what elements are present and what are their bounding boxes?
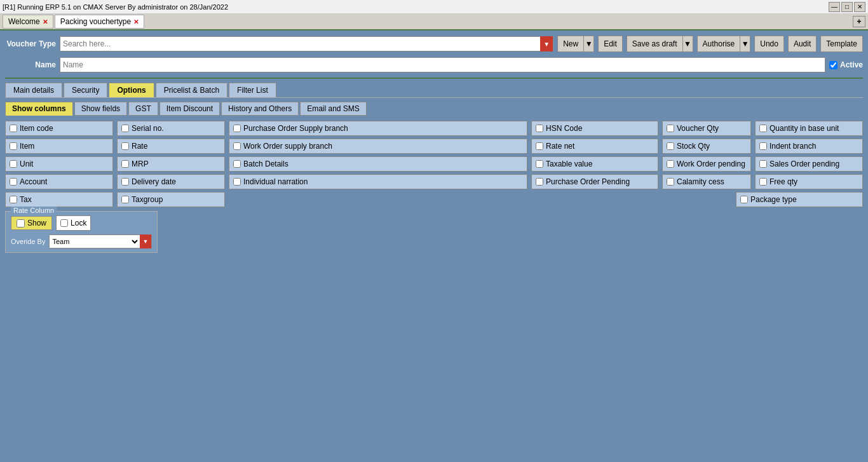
lock-checkbox-item: Lock (56, 215, 91, 231)
cb-work-order-supply[interactable] (233, 142, 241, 150)
cb-stock-qty[interactable] (667, 142, 674, 150)
cb-batch-details[interactable] (233, 160, 241, 168)
col-serial-no: Serial no. (117, 121, 225, 136)
edit-button[interactable]: Edit (598, 36, 623, 52)
tab-welcome[interactable]: Welcome ✕ (3, 15, 53, 29)
tab-bar: Welcome ✕ Packing vouchertype ✕ + (0, 14, 868, 31)
cb-item-code[interactable] (10, 125, 17, 132)
override-row: Overide By Team User Role ▼ (11, 234, 152, 248)
show-button[interactable]: Show (11, 216, 52, 230)
active-checkbox[interactable] (829, 61, 837, 69)
cb-mrp[interactable] (121, 160, 129, 168)
sub-tabs: Show columns Show fields GST Item Discou… (5, 102, 863, 116)
cb-taxgroup[interactable] (121, 196, 129, 203)
subtab-gst[interactable]: GST (128, 102, 158, 116)
cb-free-qty[interactable] (759, 178, 767, 186)
col-voucher-qty: Voucher Qty (662, 121, 751, 136)
cb-unit[interactable] (10, 160, 17, 168)
col-free-qty: Free qty (755, 174, 863, 189)
override-select[interactable]: Team User Role (50, 235, 140, 248)
cb-sales-order-pending[interactable] (759, 160, 767, 168)
cb-purchase-order-supply[interactable] (233, 125, 241, 132)
col-taxable-value: Taxable value (531, 156, 658, 172)
tab-packing-vouchertype[interactable]: Packing vouchertype ✕ (55, 15, 144, 29)
name-input[interactable] (60, 57, 825, 72)
col-purchase-order-pending: Purchase Order Pending (531, 174, 658, 189)
cb-rate-net[interactable] (536, 142, 543, 150)
undo-button[interactable]: Undo (754, 36, 784, 52)
col-taxgroup: Taxgroup (117, 192, 225, 207)
cb-taxable-value[interactable] (536, 160, 543, 168)
cb-hsn-code[interactable] (536, 125, 543, 132)
col-sales-order-pending: Sales Order pending (755, 156, 863, 172)
subtab-item-discount[interactable]: Item Discount (159, 102, 220, 116)
tab-filter-list[interactable]: Filter List (229, 83, 276, 97)
main-content: Voucher Type ▼ New ▼ Edit Save as draft … (0, 31, 868, 258)
cb-qty-base-unit[interactable] (759, 125, 767, 132)
save-draft-button[interactable]: Save as draft (627, 36, 683, 52)
subtab-email-sms[interactable]: Email and SMS (300, 102, 367, 116)
maximize-button[interactable]: □ (841, 2, 853, 12)
cb-purchase-order-pending[interactable] (536, 178, 543, 186)
col-item-code: Item code (5, 121, 113, 136)
col-item: Item (5, 139, 113, 154)
minimize-button[interactable]: — (829, 2, 840, 12)
cb-account[interactable] (10, 178, 17, 186)
cb-rate[interactable] (121, 142, 129, 150)
override-arrow[interactable]: ▼ (140, 234, 151, 248)
cb-tax[interactable] (10, 196, 17, 203)
save-draft-arrow[interactable]: ▼ (683, 36, 693, 52)
col-batch-details: Batch Details (229, 156, 527, 172)
active-checkbox-group: Active (829, 60, 863, 69)
tab-welcome-close[interactable]: ✕ (43, 18, 48, 25)
search-input[interactable] (60, 38, 540, 50)
template-button[interactable]: Template (820, 36, 863, 52)
voucher-type-search: ▼ (60, 36, 553, 51)
authorise-arrow[interactable]: ▼ (740, 36, 750, 52)
cb-work-order-pending[interactable] (667, 160, 674, 168)
subtab-show-fields[interactable]: Show fields (74, 102, 127, 116)
show-checkbox[interactable] (17, 219, 25, 228)
tab-security[interactable]: Security (64, 83, 107, 97)
search-dropdown-arrow[interactable]: ▼ (540, 36, 553, 51)
cb-individual-narration[interactable] (233, 178, 241, 186)
tab-main-details[interactable]: Main details (5, 83, 62, 97)
cb-item[interactable] (10, 142, 17, 150)
cb-delivery-date[interactable] (121, 178, 129, 186)
add-tab-button[interactable]: + (853, 16, 865, 27)
audit-button[interactable]: Audit (788, 36, 817, 52)
new-button[interactable]: New (557, 36, 584, 52)
cb-package-type[interactable] (740, 196, 748, 203)
cb-lock[interactable] (60, 219, 68, 227)
tab-pricelist-batch[interactable]: Pricelist & Batch (156, 83, 227, 97)
close-button[interactable]: ✕ (854, 2, 865, 12)
name-label: Name (5, 60, 56, 69)
cb-voucher-qty[interactable] (667, 125, 674, 132)
cb-indent-branch[interactable] (759, 142, 767, 150)
cb-calamity-cess[interactable] (667, 178, 674, 186)
col-qty-base-unit: Quantity in base unit (755, 121, 863, 136)
tab-options[interactable]: Options (109, 83, 154, 97)
rate-column-legend: Rate Column (11, 207, 57, 214)
title-bar: [R1] Running ERP 5.1 on CMAX Server By a… (0, 0, 868, 14)
toolbar-row: Voucher Type ▼ New ▼ Edit Save as draft … (5, 36, 863, 52)
override-label: Overide By (11, 238, 45, 245)
col-package-type: Package type (736, 192, 863, 207)
tab-packing-close[interactable]: ✕ (133, 18, 139, 25)
col-indent-branch: Indent branch (755, 139, 863, 154)
cb-serial-no[interactable] (121, 125, 129, 132)
new-button-group: New ▼ (557, 36, 594, 52)
title-text: [R1] Running ERP 5.1 on CMAX Server By a… (3, 3, 228, 11)
window-controls[interactable]: — □ ✕ (829, 2, 865, 12)
col-rate-net: Rate net (531, 139, 658, 154)
authorise-button[interactable]: Authorise (697, 36, 741, 52)
col-unit: Unit (5, 156, 113, 172)
authorise-group: Authorise ▼ (697, 36, 751, 52)
subtab-history-others[interactable]: History and Others (221, 102, 299, 116)
active-label: Active (840, 60, 863, 69)
nav-tabs: Main details Security Options Pricelist … (5, 83, 863, 98)
subtab-show-columns[interactable]: Show columns (5, 102, 73, 116)
col-hsn-code: HSN Code (531, 121, 658, 136)
col-calamity-cess: Calamity cess (662, 174, 751, 189)
new-dropdown-arrow[interactable]: ▼ (584, 36, 594, 52)
